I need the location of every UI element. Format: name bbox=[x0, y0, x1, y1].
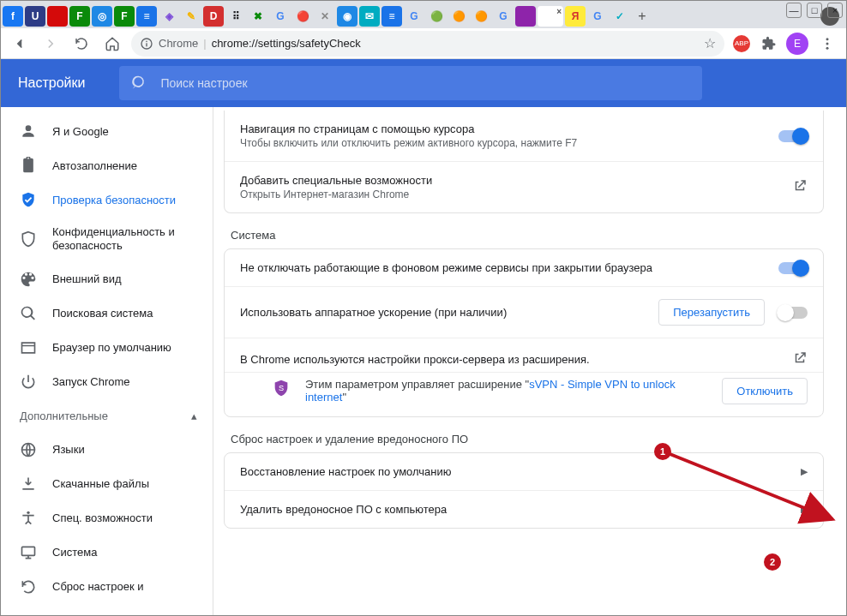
sidebar-item-me-and-google[interactable]: Я и Google bbox=[1, 114, 213, 148]
tab-17[interactable]: ✉ bbox=[359, 6, 380, 27]
search-icon bbox=[131, 75, 148, 92]
nav-forward-button[interactable] bbox=[39, 32, 63, 56]
tab-yandex[interactable]: Я bbox=[565, 6, 586, 27]
hardware-accel-toggle[interactable] bbox=[778, 307, 808, 319]
omnibox-scheme-label: Chrome bbox=[159, 37, 198, 50]
settings-search-input[interactable] bbox=[159, 75, 690, 91]
system-icon bbox=[20, 544, 37, 561]
extensions-puzzle-icon[interactable] bbox=[759, 33, 779, 54]
chevron-up-icon: ▴ bbox=[191, 410, 197, 422]
tab-26[interactable]: G bbox=[587, 6, 608, 27]
settings-search-box[interactable] bbox=[119, 66, 702, 100]
sidebar-advanced-label: Дополнительные bbox=[20, 410, 108, 422]
sidebar-item-label: Автозаполнение bbox=[52, 159, 137, 172]
tab-facebook[interactable]: f bbox=[3, 6, 23, 27]
external-link-icon bbox=[792, 350, 808, 368]
tab-12[interactable]: ✖ bbox=[248, 6, 268, 27]
sidebar-item-privacy[interactable]: Конфиденциальность и безопасность bbox=[1, 217, 213, 262]
tab-10[interactable]: D bbox=[203, 6, 224, 27]
sidebar-item-search-engine[interactable]: Поисковая система bbox=[1, 296, 213, 331]
row-title: Восстановление настроек по умолчанию bbox=[240, 465, 787, 478]
new-tab-button[interactable]: + bbox=[632, 6, 652, 27]
tab-7[interactable]: ≡ bbox=[136, 6, 157, 27]
sidebar-item-autofill[interactable]: Автозаполнение bbox=[1, 148, 213, 182]
sidebar-item-downloads[interactable]: Скачанные файлы bbox=[1, 467, 213, 501]
proxy-settings-row[interactable]: В Chrome используются настройки прокси-с… bbox=[225, 338, 823, 372]
disable-extension-button[interactable]: Отключить bbox=[722, 378, 808, 404]
row-title: Использовать аппаратное ускорение (при н… bbox=[240, 306, 645, 319]
chevron-right-icon: ▶ bbox=[801, 466, 808, 477]
hardware-accel-row: Использовать аппаратное ускорение (при н… bbox=[225, 286, 823, 338]
svg-rect-8 bbox=[22, 547, 35, 555]
person-icon bbox=[20, 123, 37, 140]
window-maximize-button[interactable]: □ bbox=[807, 3, 822, 18]
restore-defaults-row[interactable]: Восстановление настроек по умолчанию ▶ bbox=[225, 453, 823, 490]
chrome-info-icon bbox=[140, 37, 153, 51]
sidebar-item-default-browser[interactable]: Браузер по умолчанию bbox=[1, 331, 213, 365]
sidebar-item-label: Скачанные файлы bbox=[52, 477, 149, 490]
tab-6[interactable]: F bbox=[114, 6, 135, 27]
omnibox[interactable]: Chrome | chrome://settings/safetyCheck ☆ bbox=[131, 31, 724, 57]
reload-button[interactable] bbox=[69, 32, 93, 56]
tab-21[interactable]: 🟠 bbox=[448, 6, 469, 27]
sidebar-item-appearance[interactable]: Внешний вид bbox=[1, 262, 213, 296]
tab-22[interactable]: 🟠 bbox=[471, 6, 491, 27]
extension-abp-icon[interactable]: ABP bbox=[731, 33, 752, 54]
tab-3[interactable] bbox=[47, 6, 68, 27]
svg-point-4 bbox=[826, 42, 829, 45]
background-apps-toggle[interactable] bbox=[778, 262, 808, 274]
tab-18[interactable]: ≡ bbox=[381, 6, 402, 27]
accessibility-icon bbox=[20, 510, 37, 527]
add-accessibility-row[interactable]: Добавить специальные возможности Открыть… bbox=[225, 161, 823, 212]
cleanup-computer-row[interactable]: Удалить вредоносное ПО с компьютера ▶ bbox=[225, 490, 823, 528]
sidebar-item-label: Конфиденциальность и безопасность bbox=[52, 225, 206, 254]
cursor-navigation-toggle[interactable] bbox=[778, 130, 808, 142]
nav-back-button[interactable] bbox=[8, 32, 32, 56]
tab-24[interactable] bbox=[515, 6, 536, 27]
sidebar-item-label: Поисковая система bbox=[52, 307, 153, 320]
row-title: Удалить вредоносное ПО с компьютера bbox=[240, 503, 787, 516]
tab-27[interactable]: ✓ bbox=[610, 6, 630, 27]
omnibox-url: chrome://settings/safetyCheck bbox=[212, 37, 361, 50]
svg-text:S: S bbox=[279, 384, 284, 392]
tab-15[interactable]: ✕ bbox=[315, 6, 335, 27]
row-title: Не отключать работающие в фоновом режиме… bbox=[240, 261, 765, 274]
sidebar-item-safety-check[interactable]: Проверка безопасности bbox=[1, 182, 213, 217]
chevron-right-icon: ▶ bbox=[801, 504, 808, 515]
globe-icon bbox=[20, 441, 37, 458]
browser-toolbar: Chrome | chrome://settings/safetyCheck ☆… bbox=[1, 28, 846, 59]
window-close-button[interactable]: × bbox=[827, 3, 843, 18]
tab-13[interactable]: G bbox=[270, 6, 291, 27]
restart-button[interactable]: Перезапустить bbox=[658, 299, 765, 326]
sidebar-item-accessibility[interactable]: Спец. возможности bbox=[1, 501, 213, 535]
sidebar-item-label: Сброс настроек и bbox=[52, 580, 144, 593]
shield-check-icon bbox=[20, 191, 37, 208]
tab-9[interactable]: ✎ bbox=[181, 6, 201, 27]
home-button[interactable] bbox=[100, 32, 124, 56]
svg-point-5 bbox=[826, 46, 829, 49]
sidebar-item-on-startup[interactable]: Запуск Chrome bbox=[1, 365, 213, 399]
profile-avatar[interactable]: Е bbox=[786, 33, 808, 55]
tab-11[interactable]: ⠿ bbox=[225, 6, 246, 27]
sidebar-item-label: Спец. возможности bbox=[52, 511, 153, 524]
tab-8[interactable]: ◈ bbox=[159, 6, 179, 27]
tab-23[interactable]: G bbox=[493, 6, 514, 27]
sidebar-item-reset[interactable]: Сброс настроек и bbox=[1, 570, 213, 595]
tab-14[interactable]: 🔴 bbox=[292, 6, 313, 27]
tab-4[interactable]: F bbox=[69, 6, 90, 27]
restore-icon bbox=[20, 578, 37, 595]
sidebar-item-languages[interactable]: Языки bbox=[1, 433, 213, 467]
browser-menu-button[interactable] bbox=[815, 32, 839, 56]
sidebar-item-system[interactable]: Система bbox=[1, 535, 213, 570]
tab-19[interactable]: G bbox=[404, 6, 424, 27]
tab-active-settings[interactable] bbox=[538, 6, 563, 27]
tab-16[interactable]: ◉ bbox=[337, 6, 357, 27]
tab-2[interactable]: U bbox=[25, 6, 45, 27]
bookmark-star-icon[interactable]: ☆ bbox=[704, 35, 716, 51]
sidebar-advanced-toggle[interactable]: Дополнительные ▴ bbox=[1, 399, 213, 433]
svg-point-1 bbox=[146, 40, 147, 42]
window-minimize-button[interactable]: — bbox=[786, 3, 802, 18]
tab-5[interactable]: ◎ bbox=[92, 6, 112, 27]
svg-point-7 bbox=[27, 511, 29, 513]
tab-20[interactable]: 🟢 bbox=[426, 6, 447, 27]
